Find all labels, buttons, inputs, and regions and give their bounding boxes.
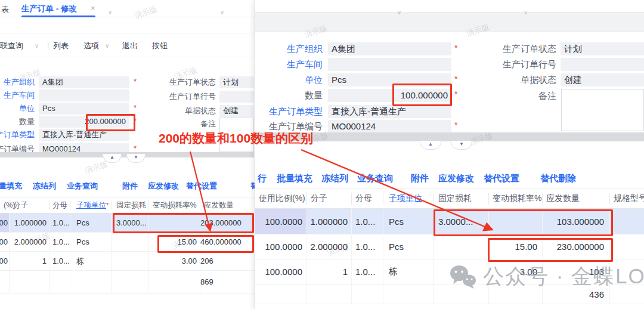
batch-fill-button[interactable]: 批量填充	[277, 173, 312, 184]
cell[interactable]: 100.0000	[255, 234, 307, 259]
org-label[interactable]: 生产组织	[0, 76, 35, 88]
table-row[interactable]: 000 1.000000 1.0... Pcs 3.0000... 203.00…	[0, 214, 254, 233]
cell[interactable]: 15.00	[489, 234, 543, 259]
chevron-down-icon[interactable]: ∨	[105, 42, 109, 49]
line-no-field[interactable]	[561, 58, 644, 71]
chevron-down-icon[interactable]: ∨	[524, 9, 528, 16]
order-type-label[interactable]: 产订单类型	[0, 129, 35, 141]
table-row[interactable]: 100.0000 2.000000 1.0... Pcs 15.00 230.0…	[255, 234, 644, 259]
close-icon[interactable]: ×	[91, 4, 95, 13]
cell[interactable]: Pcs	[383, 234, 434, 259]
button-button[interactable]: 按钮	[152, 41, 168, 51]
cell[interactable]	[434, 234, 489, 259]
cell[interactable]: 3.00	[489, 259, 543, 284]
business-query-button[interactable]: 业务查询	[67, 181, 98, 191]
cell[interactable]: 3.00	[149, 252, 200, 270]
substitute-setting-button[interactable]: 替代设置	[484, 173, 519, 184]
cell[interactable]: 3.0000...	[434, 209, 489, 234]
qty-field[interactable]: 100.000000	[328, 89, 451, 102]
cell[interactable]: 1.0...	[352, 234, 383, 259]
chevron-down-icon[interactable]: ∨	[108, 9, 112, 16]
cell[interactable]: 1.000000	[10, 214, 50, 232]
org-label[interactable]: 生产组织	[242, 42, 323, 55]
workshop-field[interactable]	[39, 89, 129, 101]
chevron-down-icon[interactable]: ∨	[397, 9, 401, 16]
cell[interactable]: 1.0...	[50, 214, 70, 232]
workshop-label[interactable]: 生产车间	[0, 89, 35, 101]
qty-field[interactable]: 200.000000	[39, 116, 129, 128]
cell[interactable]: 1	[10, 252, 50, 270]
cell[interactable]: 1.0...	[50, 233, 70, 251]
cell[interactable]: 100.0000	[255, 209, 307, 234]
cell[interactable]: 100.0000	[255, 259, 307, 284]
unit-label[interactable]: 单位	[242, 73, 323, 86]
cell[interactable]: Pcs	[70, 233, 112, 251]
workshop-field[interactable]	[328, 58, 451, 71]
linked-query-button[interactable]: 联查询	[0, 41, 23, 51]
cell[interactable]: 1.0...	[352, 209, 383, 234]
cell[interactable]	[489, 209, 543, 234]
cell[interactable]: 1.0...	[50, 252, 70, 270]
unit-label[interactable]: 单位	[0, 103, 35, 115]
order-type-label[interactable]: 生产订单类型	[242, 105, 323, 118]
table-row[interactable]: 000 1 1.0... 栋 3.00 206	[0, 252, 254, 271]
cell[interactable]: 206	[200, 257, 254, 265]
cell[interactable]: Pcs	[383, 209, 434, 234]
cell[interactable]: 000	[0, 214, 10, 232]
business-query-button[interactable]: 业务查询	[357, 173, 393, 184]
order-status-field[interactable]: 计划	[561, 42, 644, 55]
issue-modify-button[interactable]: 应发修改	[438, 173, 474, 184]
cell[interactable]: 000	[0, 233, 10, 251]
freeze-column-button[interactable]: 冻结列	[33, 181, 56, 191]
doc-status-field[interactable]: 创建	[561, 73, 644, 86]
cell[interactable]: 栋	[383, 259, 434, 284]
cell[interactable]: 2.000000	[307, 234, 352, 259]
tab-production-order-edit[interactable]: 生产订单 - 修改	[21, 4, 77, 14]
substitute-delete-button[interactable]: 替代删除	[540, 173, 576, 184]
cell[interactable]: 203.000000	[200, 218, 254, 227]
cell[interactable]: 103.000000	[543, 209, 610, 234]
chevron-down-icon[interactable]: ∨	[220, 9, 224, 16]
collapse-up-icon[interactable]: ▲	[420, 141, 441, 150]
chevron-down-icon[interactable]: ∨	[35, 42, 39, 49]
collapse-down-icon[interactable]: ▼	[126, 154, 145, 163]
cell[interactable]: 103	[543, 259, 610, 284]
cell[interactable]: 1.000000	[307, 209, 352, 234]
order-type-field[interactable]: 直接入库-普通生产	[328, 105, 451, 118]
attachment-button[interactable]: 附件	[411, 173, 429, 184]
cell[interactable]: 000	[0, 252, 10, 270]
cell[interactable]: 460.000000	[200, 237, 254, 246]
cell[interactable]: 3.0000...	[112, 214, 149, 232]
row-action-fragment[interactable]: 行	[258, 173, 267, 184]
cell[interactable]	[434, 259, 489, 284]
cell[interactable]: 1	[307, 259, 352, 284]
attachment-button[interactable]: 附件	[122, 181, 138, 191]
cell[interactable]: 1.0...	[352, 259, 383, 284]
cell[interactable]	[112, 252, 149, 270]
list-button[interactable]: 列表	[53, 41, 69, 51]
order-type-field[interactable]: 直接入库-普通生产	[39, 129, 129, 141]
org-field[interactable]: A集团	[328, 42, 451, 55]
cell[interactable]: 230.000000	[543, 234, 610, 259]
table-row[interactable]: 000 2.000000 1.0... Pcs 15.00 460.000000	[0, 233, 254, 252]
org-field[interactable]: A集团	[39, 76, 129, 88]
unit-field[interactable]: Pcs	[328, 73, 451, 86]
tab-list-fragment[interactable]: 表	[1, 4, 9, 15]
cell[interactable]	[112, 233, 149, 251]
cell[interactable]: 15.00	[149, 233, 200, 251]
issue-modify-button[interactable]: 应发修改	[148, 181, 179, 191]
options-button[interactable]: 选项	[83, 41, 99, 51]
cell[interactable]: Pcs	[70, 214, 112, 232]
unit-field[interactable]: Pcs	[39, 103, 129, 115]
batch-fill-button[interactable]: 量填充	[0, 181, 22, 191]
remark-textarea[interactable]	[561, 89, 644, 131]
order-no-field[interactable]: MO000124	[328, 120, 451, 133]
cell[interactable]	[149, 214, 200, 232]
workshop-label[interactable]: 生产车间	[242, 58, 323, 71]
freeze-column-button[interactable]: 冻结列	[321, 173, 348, 184]
cell[interactable]: 2.000000	[10, 233, 50, 251]
exit-button[interactable]: 退出	[122, 41, 138, 51]
collapse-up-icon[interactable]: ▲	[103, 154, 122, 163]
table-row[interactable]: 100.0000 1.000000 1.0... Pcs 3.0000... 1…	[255, 209, 644, 234]
table-row[interactable]: 100.0000 1 1.0... 栋 3.00 103	[255, 259, 644, 285]
